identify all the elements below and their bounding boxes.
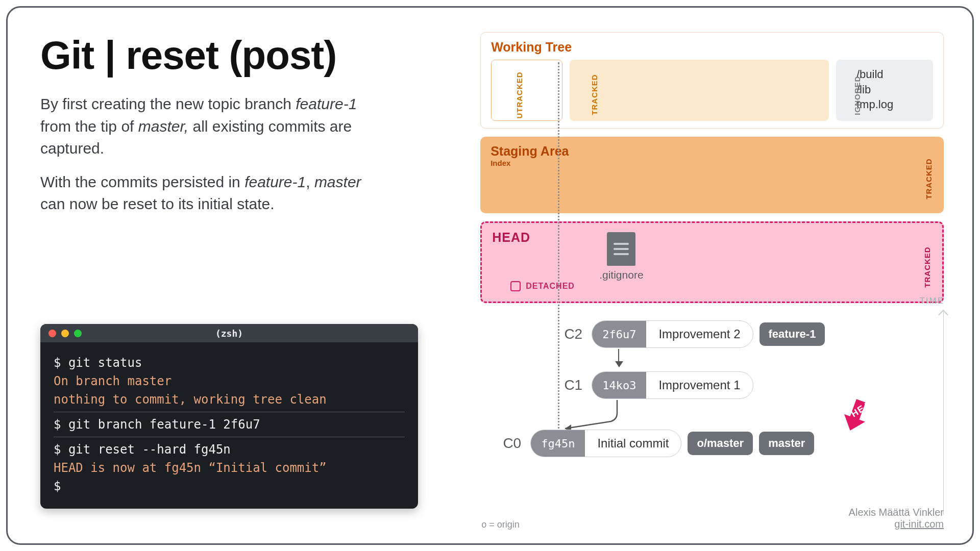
terminal-line: HEAD is now at fg45n “Initial commit” <box>54 459 405 477</box>
desc-em: feature-1 <box>244 173 306 190</box>
commit-id: C2 <box>557 326 582 342</box>
desc-text: can now be reset to its initial state. <box>40 195 275 212</box>
gitignore-file: .gitignore <box>599 232 643 281</box>
ignored-file: /build <box>856 67 926 82</box>
commit-id: C1 <box>557 377 582 393</box>
time-label: TIME <box>919 296 944 306</box>
tracked-label: TRACKED <box>590 74 599 115</box>
ignored-box: IGNORED /build /lib tmp.log <box>836 60 933 121</box>
terminal-title: (zsh) <box>40 328 418 339</box>
author-link[interactable]: git-init.com <box>894 518 944 530</box>
untracked-label: UTRACKED <box>515 71 524 118</box>
commit-id: C0 <box>496 435 521 452</box>
terminal-titlebar: (zsh) <box>40 324 418 342</box>
desc-text: With the commits persisted in <box>40 173 244 190</box>
file-label: .gitignore <box>599 269 643 281</box>
commit-hash: 2f6u7 <box>592 321 646 347</box>
head-zone: HEAD DETACHED .gitignore TRACKED <box>480 221 944 303</box>
commit-message: Initial commit <box>585 436 681 450</box>
desc-text: By first creating the new topic branch <box>40 95 296 112</box>
ignored-file: /lib <box>856 82 926 97</box>
desc-em: master <box>314 173 361 190</box>
tracked-box: TRACKED <box>570 60 829 121</box>
zone-subtitle: Index <box>491 159 934 167</box>
untracked-box: UTRACKED <box>491 60 562 121</box>
commit-row: C2 2f6u7 Improvement 2 feature-1 <box>557 320 825 348</box>
terminal-window: (zsh) $ git status On branch master noth… <box>40 324 418 509</box>
author-name: Alexis Määttä Vinkler <box>849 507 944 518</box>
desc-em: feature-1 <box>296 95 357 112</box>
terminal-body: $ git status On branch master nothing to… <box>40 342 418 509</box>
tracked-label: TRACKED <box>924 158 933 199</box>
branch-tag: o/master <box>688 432 753 455</box>
ignored-label: IGNORED <box>852 76 863 115</box>
terminal-line: $ git reset --hard fg45n <box>54 440 405 459</box>
zone-title: Staging Area <box>491 144 934 159</box>
file-icon <box>607 232 635 266</box>
commit-row: C1 14ko3 Improvement 1 <box>557 371 753 399</box>
terminal-line: nothing to commit, working tree clean <box>54 390 405 409</box>
tracked-label: TRACKED <box>922 246 931 287</box>
commit-hash: fg45n <box>531 430 585 457</box>
branch-tag: feature-1 <box>760 322 825 346</box>
working-tree-zone: Working Tree UTRACKED TRACKED IGNORED /b… <box>480 32 944 129</box>
desc-text: , <box>306 173 314 190</box>
commit-pill: 14ko3 Improvement 1 <box>592 371 753 399</box>
arrow-up-icon <box>938 310 948 320</box>
commit-message: Improvement 2 <box>646 327 752 341</box>
commit-pill: 2f6u7 Improvement 2 <box>592 320 753 348</box>
staging-area-zone: Staging Area Index TRACKED <box>480 137 944 213</box>
credits: Alexis Määttä Vinkler git-init.com <box>849 507 944 530</box>
commit-graph: TIME C2 2f6u7 Improvement 2 feature-1 <box>480 311 944 527</box>
desc-text: from the tip of <box>40 118 138 135</box>
arrow-down-icon <box>618 349 619 366</box>
terminal-line: $ git branch feature-1 2f6u7 <box>54 415 405 434</box>
zone-title: Working Tree <box>491 40 933 55</box>
branch-tag: master <box>759 432 814 455</box>
commit-message: Improvement 1 <box>646 378 752 392</box>
commit-hash: 14ko3 <box>592 372 646 398</box>
detached-indicator: DETACHED <box>510 281 575 291</box>
page-title: Git | reset (post) <box>40 32 456 79</box>
description-block: By first creating the new topic branch f… <box>40 93 367 227</box>
terminal-line: $ <box>54 477 405 495</box>
terminal-line: On branch master <box>54 372 405 390</box>
terminal-line: $ git status <box>54 354 405 372</box>
time-axis: TIME <box>928 311 944 515</box>
commit-pill: fg45n Initial commit <box>530 430 681 457</box>
origin-note: o = origin <box>481 519 520 530</box>
detached-label: DETACHED <box>526 282 575 291</box>
desc-em: master, <box>138 118 188 135</box>
ignored-file: tmp.log <box>856 97 926 112</box>
checkbox-icon <box>510 281 521 291</box>
commit-row: C0 fg45n Initial commit o/master master <box>496 430 814 457</box>
